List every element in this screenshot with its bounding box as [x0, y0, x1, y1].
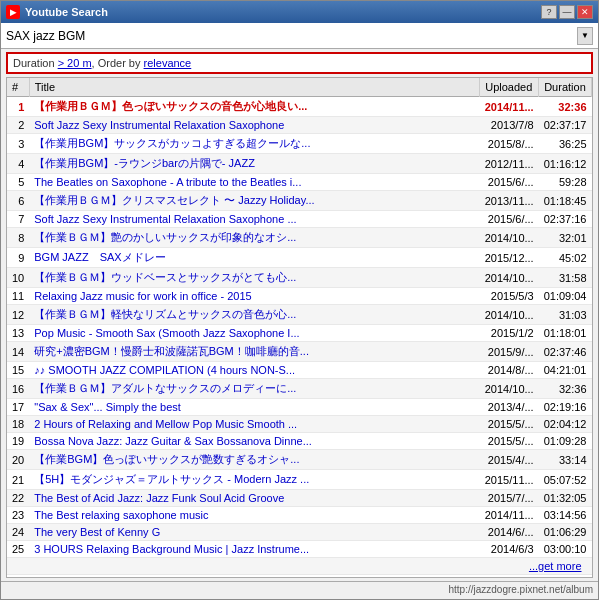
row-duration: 02:37:16 — [539, 211, 592, 228]
row-title-link[interactable]: 研究+濃密BGM！慢爵士和波薩諾瓦BGM！咖啡廳的音... — [34, 345, 309, 357]
row-title-link[interactable]: 【5H】モダンジャズ＝アルトサックス - Modern Jazz ... — [34, 473, 309, 485]
row-title-link[interactable]: The Best relaxing saxophone music — [34, 509, 208, 521]
filter-order-link[interactable]: relevance — [144, 57, 192, 69]
row-uploaded: 2015/6/... — [480, 174, 539, 191]
row-num: 25 — [7, 541, 29, 558]
row-title-link[interactable]: The Best of Acid Jazz: Jazz Funk Soul Ac… — [34, 492, 284, 504]
table-row: 23The Best relaxing saxophone music2014/… — [7, 507, 592, 524]
row-duration: 02:19:16 — [539, 399, 592, 416]
row-title: 【作業用BGM】-ラウンジbarの片隅で- JAZZ — [29, 154, 479, 174]
row-title: The Best relaxing saxophone music — [29, 507, 479, 524]
row-title-link[interactable]: 【作業用BGM】サックスがカッコよすぎる超クールな... — [34, 137, 310, 149]
row-title-link[interactable]: 3 HOURS Relaxing Background Music | Jazz… — [34, 543, 309, 555]
window-title: Youtube Search — [25, 6, 108, 18]
row-title-link[interactable]: 【作業用ＢＧＭ】クリスマスセレクト 〜 Jazzy Holiday... — [34, 194, 314, 206]
row-num: 23 — [7, 507, 29, 524]
row-num: 10 — [7, 268, 29, 288]
row-num: 4 — [7, 154, 29, 174]
table-row: 11Relaxing Jazz music for work in office… — [7, 288, 592, 305]
table-row: 24The very Best of Kenny G2014/6/...01:0… — [7, 524, 592, 541]
row-title-link[interactable]: 【作業ＢＧＭ】軽快なリズムとサックスの音色が心... — [34, 308, 296, 320]
row-uploaded: 2015/8/... — [480, 134, 539, 154]
col-header-title: Title — [29, 78, 479, 97]
row-duration: 31:03 — [539, 305, 592, 325]
table-row: 22The Best of Acid Jazz: Jazz Funk Soul … — [7, 490, 592, 507]
status-url: http://jazzdogre.pixnet.net/album — [448, 584, 593, 595]
row-uploaded: 2015/1/2 — [480, 325, 539, 342]
search-dropdown-button[interactable]: ▼ — [577, 27, 593, 45]
row-uploaded: 2015/5/... — [480, 416, 539, 433]
row-title: The Beatles on Saxophone - A tribute to … — [29, 174, 479, 191]
row-title-link[interactable]: BGM JAZZ SAXメドレー — [34, 251, 165, 263]
table-row: 16【作業ＢＧＭ】アダルトなサックスのメロディーに...2014/10...32… — [7, 379, 592, 399]
row-uploaded: 2013/7/8 — [480, 117, 539, 134]
row-title-link[interactable]: The very Best of Kenny G — [34, 526, 160, 538]
row-duration: 31:58 — [539, 268, 592, 288]
table-header-row: # Title Uploaded Duration — [7, 78, 592, 97]
table-row: 15♪♪ SMOOTH JAZZ COMPILATION (4 hours NO… — [7, 362, 592, 379]
row-title-link[interactable]: The Beatles on Saxophone - A tribute to … — [34, 176, 301, 188]
row-title-link[interactable]: "Sax & Sex"... Simply the best — [34, 401, 181, 413]
row-title-link[interactable]: 【作業ＢＧＭ】艶のかしいサックスが印象的なオシ... — [34, 231, 296, 243]
row-title-link[interactable]: 【作業ＢＧＭ】ウッドベースとサックスがとても心... — [34, 271, 296, 283]
results-table-container: # Title Uploaded Duration 1【作業用ＢＧＭ】色っぽいサ… — [6, 77, 593, 578]
row-uploaded: 2015/5/3 — [480, 288, 539, 305]
row-duration: 32:01 — [539, 228, 592, 248]
row-uploaded: 2015/9/... — [480, 342, 539, 362]
get-more-link[interactable]: ...get more — [524, 558, 587, 574]
row-num: 24 — [7, 524, 29, 541]
row-uploaded: 2015/7/... — [480, 490, 539, 507]
row-title-link[interactable]: 2 Hours of Relaxing and Mellow Pop Music… — [34, 418, 297, 430]
close-button[interactable]: ✕ — [577, 5, 593, 19]
row-duration: 01:09:28 — [539, 433, 592, 450]
row-num: 7 — [7, 211, 29, 228]
row-title-link[interactable]: Pop Music - Smooth Sax (Smooth Jazz Saxo… — [34, 327, 299, 339]
search-bar: ▼ — [1, 23, 598, 49]
table-row: 20【作業BGM】色っぽいサックスが艶数すぎるオシャ...2015/4/...3… — [7, 450, 592, 470]
row-duration: 05:07:52 — [539, 470, 592, 490]
row-num: 18 — [7, 416, 29, 433]
filter-duration-link[interactable]: > 20 m — [58, 57, 92, 69]
app-icon: ▶ — [6, 5, 20, 19]
row-duration: 02:04:12 — [539, 416, 592, 433]
row-uploaded: 2014/11... — [480, 507, 539, 524]
row-uploaded: 2015/12... — [480, 248, 539, 268]
row-title: 【作業ＢＧＭ】艶のかしいサックスが印象的なオシ... — [29, 228, 479, 248]
row-title: 【作業ＢＧＭ】軽快なリズムとサックスの音色が心... — [29, 305, 479, 325]
row-num: 2 — [7, 117, 29, 134]
row-uploaded: 2014/11... — [480, 97, 539, 117]
table-row: 3【作業用BGM】サックスがカッコよすぎる超クールな...2015/8/...3… — [7, 134, 592, 154]
table-row: 5The Beatles on Saxophone - A tribute to… — [7, 174, 592, 191]
row-title-link[interactable]: 【作業ＢＧＭ】アダルトなサックスのメロディーに... — [34, 382, 296, 394]
table-row: 2Soft Jazz Sexy Instrumental Relaxation … — [7, 117, 592, 134]
row-uploaded: 2015/6/... — [480, 211, 539, 228]
row-title-link[interactable]: ♪♪ SMOOTH JAZZ COMPILATION (4 hours NON-… — [34, 364, 295, 376]
row-title-link[interactable]: 【作業用ＢＧＭ】色っぽいサックスの音色が心地良い... — [34, 100, 307, 112]
search-input[interactable] — [6, 29, 577, 43]
row-num: 16 — [7, 379, 29, 399]
row-duration: 01:18:45 — [539, 191, 592, 211]
row-title-link[interactable]: Soft Jazz Sexy Instrumental Relaxation S… — [34, 119, 284, 131]
row-title: 3 HOURS Relaxing Background Music | Jazz… — [29, 541, 479, 558]
get-more-row: ...get more — [7, 558, 592, 575]
filter-bar: Duration > 20 m , Order by relevance — [6, 52, 593, 74]
row-title: Bossa Nova Jazz: Jazz Guitar & Sax Bossa… — [29, 433, 479, 450]
row-title-link[interactable]: 【作業BGM】色っぽいサックスが艶数すぎるオシャ... — [34, 453, 299, 465]
row-duration: 04:21:01 — [539, 362, 592, 379]
table-row: 9BGM JAZZ SAXメドレー2015/12...45:02 — [7, 248, 592, 268]
row-duration: 45:02 — [539, 248, 592, 268]
row-duration: 32:36 — [539, 97, 592, 117]
minimize-button[interactable]: — — [559, 5, 575, 19]
row-title-link[interactable]: Soft Jazz Sexy Instrumental Relaxation S… — [34, 213, 296, 225]
row-num: 5 — [7, 174, 29, 191]
row-duration: 32:36 — [539, 379, 592, 399]
table-row: 8【作業ＢＧＭ】艶のかしいサックスが印象的なオシ...2014/10...32:… — [7, 228, 592, 248]
row-title: BGM JAZZ SAXメドレー — [29, 248, 479, 268]
row-title-link[interactable]: Relaxing Jazz music for work in office -… — [34, 290, 251, 302]
row-duration: 01:18:01 — [539, 325, 592, 342]
row-title-link[interactable]: 【作業用BGM】-ラウンジbarの片隅で- JAZZ — [34, 157, 255, 169]
row-title-link[interactable]: Bossa Nova Jazz: Jazz Guitar & Sax Bossa… — [34, 435, 312, 447]
help-button[interactable]: ? — [541, 5, 557, 19]
filter-duration-label: Duration — [13, 57, 55, 69]
get-more-cell: ...get more — [7, 558, 592, 575]
